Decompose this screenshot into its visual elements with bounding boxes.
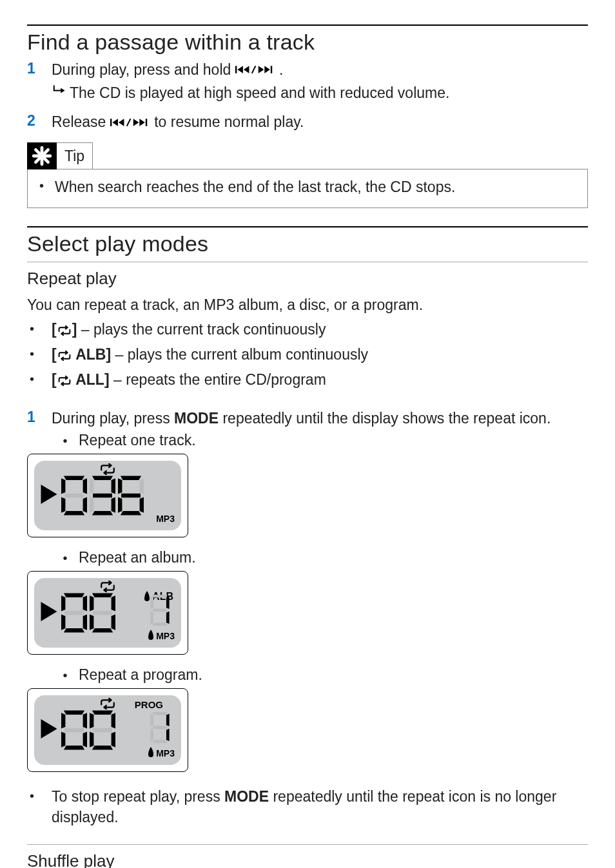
- lcd-track-digit: [150, 594, 170, 628]
- lcd-prog-label: PROG: [135, 699, 163, 710]
- tip-box: Tip • When search reaches the end of the…: [27, 142, 588, 208]
- sub-item: • Repeat an album.: [52, 549, 588, 567]
- lcd-digits: [61, 593, 115, 633]
- section-title: Find a passage within a track: [27, 30, 588, 55]
- repeat-icon: [57, 346, 72, 367]
- lcd-mp3-label: MP3: [156, 514, 175, 524]
- text: to resume normal play.: [154, 113, 304, 130]
- list-item: • To stop repeat play, press MODE repeat…: [27, 786, 588, 827]
- bullet-list: • To stop repeat play, press MODE repeat…: [27, 786, 588, 827]
- step-text: During play, press and hold .: [52, 60, 588, 81]
- bullet-dot: •: [27, 786, 52, 805]
- tip-text: When search reaches the end of the last …: [55, 178, 455, 196]
- subsection-title: Repeat play: [27, 269, 588, 289]
- step-number: 2: [27, 112, 52, 130]
- list-item: 1 During play, press MODE repeatedly unt…: [27, 409, 588, 429]
- text: – repeats the entire CD/program: [110, 371, 326, 388]
- bullet-dot: •: [27, 319, 52, 338]
- lcd-illustration-album: ALB MP3: [27, 571, 188, 655]
- mode-button-label: MODE: [224, 788, 269, 805]
- text: Release: [52, 113, 110, 130]
- list-item: • [] – plays the current track continuou…: [27, 319, 588, 342]
- sub-item: • Repeat one track.: [52, 432, 588, 450]
- lcd-illustration-track: MP3: [27, 454, 188, 537]
- text: – plays the current album continuously: [111, 346, 368, 363]
- bullet-dot: •: [27, 369, 52, 389]
- bullet-dot: •: [27, 344, 52, 363]
- step-number: 1: [27, 409, 52, 426]
- text: [: [52, 321, 57, 338]
- step-text: During play, press MODE repeatedly until…: [52, 409, 588, 429]
- bullet-dot: •: [52, 666, 79, 684]
- prev-next-icon: [235, 61, 275, 81]
- list-item: • [ ALL] – repeats the entire CD/program: [27, 369, 588, 392]
- result-arrow-icon: [52, 83, 70, 98]
- lcd-mp3-label: MP3: [148, 630, 175, 641]
- ordered-list: 1 During play, press MODE repeatedly unt…: [27, 409, 588, 771]
- text: Repeat an album.: [79, 549, 196, 566]
- text: [: [52, 371, 57, 388]
- text: repeatedly until the display shows the r…: [219, 410, 551, 427]
- text: During play, press: [52, 410, 174, 427]
- list-item: • [ ALB] – plays the current album conti…: [27, 344, 588, 367]
- play-icon: [41, 719, 57, 741]
- bullet-list: • [] – plays the current track continuou…: [27, 319, 588, 392]
- subsection-title: Shuffle play: [27, 851, 588, 868]
- paragraph: You can repeat a track, an MP3 album, a …: [27, 296, 588, 314]
- tip-icon: [27, 142, 57, 169]
- lcd-mp3-label: MP3: [148, 747, 175, 758]
- play-icon: [41, 485, 57, 506]
- repeat-icon: [57, 321, 72, 342]
- play-icon: [41, 602, 57, 624]
- text: ]: [106, 346, 111, 363]
- step-text: Release to resume normal play.: [52, 112, 588, 133]
- text: ALB: [72, 346, 106, 363]
- sub-item: • Repeat a program.: [52, 666, 588, 684]
- ordered-list: 1 During play, press and hold . The CD i…: [27, 60, 588, 133]
- lcd-digits: [61, 476, 144, 516]
- text: – plays the current track continuously: [77, 321, 326, 338]
- text: ]: [104, 371, 110, 388]
- lcd-track-digit: [150, 711, 170, 745]
- text: Repeat a program.: [79, 666, 202, 684]
- bullet-dot: •: [52, 549, 79, 567]
- lcd-illustration-program: PROG MP3: [27, 688, 188, 772]
- prev-next-icon: [110, 113, 150, 133]
- result-text: The CD is played at high speed and with …: [70, 83, 449, 103]
- mode-button-label: MODE: [174, 410, 219, 427]
- text: ALL: [72, 371, 104, 388]
- list-item: 1 During play, press and hold .: [27, 60, 588, 81]
- repeat-icon: [57, 371, 72, 392]
- text: [: [52, 346, 57, 363]
- bullet-dot: •: [52, 432, 79, 450]
- text: During play, press and hold: [52, 61, 235, 78]
- text: To stop repeat play, press: [52, 788, 224, 805]
- tip-label: Tip: [57, 142, 93, 169]
- bullet-dot: •: [39, 178, 55, 193]
- text: Repeat one track.: [79, 432, 196, 449]
- step-number: 1: [27, 60, 52, 77]
- text: .: [279, 61, 283, 78]
- result-row: The CD is played at high speed and with …: [52, 83, 588, 103]
- section-title: Select play modes: [27, 231, 588, 256]
- lcd-digits: [61, 710, 115, 750]
- list-item: 2 Release to resume normal play.: [27, 112, 588, 133]
